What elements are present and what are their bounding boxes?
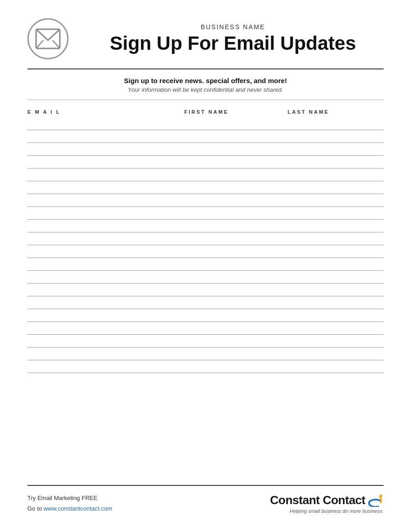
lastname-field[interactable] — [280, 194, 384, 207]
table-row — [27, 117, 384, 130]
firstname-field[interactable] — [177, 360, 280, 373]
form-rows-container — [27, 117, 384, 373]
email-field[interactable] — [27, 322, 177, 335]
lastname-field[interactable] — [280, 271, 384, 284]
lastname-field[interactable] — [280, 143, 384, 156]
email-field[interactable] — [27, 181, 177, 194]
email-field[interactable] — [27, 169, 177, 181]
table-row — [27, 232, 384, 245]
table-row — [27, 181, 384, 194]
firstname-field[interactable] — [177, 220, 280, 232]
table-row — [27, 207, 384, 220]
business-name: BUSINESS NAME — [82, 23, 384, 31]
lastname-field[interactable] — [280, 360, 384, 373]
svg-line-1 — [36, 40, 43, 48]
lastname-field[interactable] — [280, 156, 384, 169]
lastname-field[interactable] — [280, 181, 384, 194]
email-field[interactable] — [27, 348, 177, 360]
firstname-field[interactable] — [177, 245, 280, 258]
footer-rule — [27, 485, 384, 486]
firstname-field[interactable] — [177, 322, 280, 335]
table-row — [27, 245, 384, 258]
footer-line1: Try Email Marketing FREE — [27, 493, 112, 503]
firstname-field[interactable] — [177, 232, 280, 245]
footer-link[interactable]: www.constantcontact.com — [43, 505, 112, 512]
table-row — [27, 130, 384, 143]
table-row — [27, 309, 384, 322]
header-text: BUSINESS NAME Sign Up For Email Updates — [82, 23, 384, 54]
firstname-field[interactable] — [177, 309, 280, 322]
email-field[interactable] — [27, 194, 177, 207]
firstname-field[interactable] — [177, 194, 280, 207]
email-field[interactable] — [27, 245, 177, 258]
cc-logo: Constant Contact — [270, 493, 384, 507]
firstname-field[interactable] — [177, 348, 280, 360]
table-row — [27, 360, 384, 373]
email-field[interactable] — [27, 296, 177, 309]
email-field[interactable] — [27, 117, 177, 130]
svg-point-4 — [379, 495, 382, 497]
lastname-field[interactable] — [280, 284, 384, 296]
firstname-field[interactable] — [177, 130, 280, 143]
lastname-field[interactable] — [280, 207, 384, 220]
header: BUSINESS NAME Sign Up For Email Updates — [27, 18, 384, 59]
col-lastname-header: LAST NAME — [280, 109, 384, 115]
email-field[interactable] — [27, 220, 177, 232]
firstname-field[interactable] — [177, 284, 280, 296]
subheader: Sign up to receive news. special offers,… — [27, 69, 384, 100]
email-field[interactable] — [27, 309, 177, 322]
firstname-field[interactable] — [177, 169, 280, 181]
table-row — [27, 271, 384, 284]
table-row — [27, 220, 384, 232]
table-row — [27, 169, 384, 181]
footer-left: Try Email Marketing FREE Go to www.const… — [27, 493, 112, 513]
footer-right: Constant Contact Helping small business … — [270, 493, 384, 514]
table-row — [27, 296, 384, 309]
lastname-field[interactable] — [280, 348, 384, 360]
email-field[interactable] — [27, 130, 177, 143]
footer: Try Email Marketing FREE Go to www.const… — [27, 493, 384, 514]
main-title: Sign Up For Email Updates — [82, 32, 384, 54]
lastname-field[interactable] — [280, 296, 384, 309]
email-field[interactable] — [27, 258, 177, 271]
email-field[interactable] — [27, 232, 177, 245]
firstname-field[interactable] — [177, 296, 280, 309]
lastname-field[interactable] — [280, 258, 384, 271]
lastname-field[interactable] — [280, 130, 384, 143]
firstname-field[interactable] — [177, 258, 280, 271]
email-field[interactable] — [27, 143, 177, 156]
firstname-field[interactable] — [177, 117, 280, 130]
firstname-field[interactable] — [177, 335, 280, 348]
table-row — [27, 156, 384, 169]
table-row — [27, 194, 384, 207]
lastname-field[interactable] — [280, 169, 384, 181]
email-field[interactable] — [27, 207, 177, 220]
firstname-field[interactable] — [177, 143, 280, 156]
firstname-field[interactable] — [177, 271, 280, 284]
lastname-field[interactable] — [280, 335, 384, 348]
firstname-field[interactable] — [177, 156, 280, 169]
email-field[interactable] — [27, 284, 177, 296]
page: BUSINESS NAME Sign Up For Email Updates … — [0, 0, 411, 532]
firstname-field[interactable] — [177, 181, 280, 194]
lastname-field[interactable] — [280, 220, 384, 232]
firstname-field[interactable] — [177, 207, 280, 220]
table-row — [27, 335, 384, 348]
footer-goto-text: Go to — [27, 505, 43, 512]
email-field[interactable] — [27, 335, 177, 348]
column-headers: E M A I L FIRST NAME LAST NAME — [27, 109, 384, 115]
lastname-field[interactable] — [280, 232, 384, 245]
email-field[interactable] — [27, 360, 177, 373]
subheader-bold: Sign up to receive news. special offers,… — [27, 77, 384, 84]
envelope-icon — [35, 28, 61, 49]
table-row — [27, 322, 384, 335]
lastname-field[interactable] — [280, 309, 384, 322]
lastname-field[interactable] — [280, 117, 384, 130]
email-field[interactable] — [27, 271, 177, 284]
cc-swoosh-icon — [367, 494, 384, 507]
svg-line-2 — [53, 40, 60, 48]
email-field[interactable] — [27, 156, 177, 169]
col-email-header: E M A I L — [27, 109, 177, 115]
lastname-field[interactable] — [280, 245, 384, 258]
lastname-field[interactable] — [280, 322, 384, 335]
